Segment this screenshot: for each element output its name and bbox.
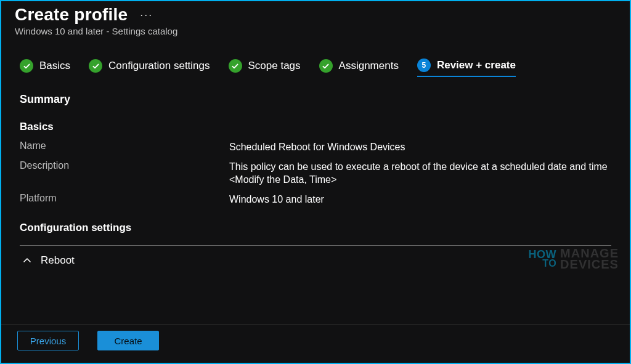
field-value: Windows 10 and later [229, 193, 611, 206]
step-label: Configuration settings [108, 60, 210, 72]
more-button[interactable]: ··· [140, 9, 153, 22]
step-label: Scope tags [248, 60, 301, 72]
page-title: Create profile [15, 5, 128, 25]
create-button[interactable]: Create [97, 331, 159, 350]
check-icon [89, 59, 102, 73]
page-header: Create profile ··· Windows 10 and later … [1, 1, 630, 38]
wizard-footer: Previous Create [1, 324, 630, 363]
summary-heading: Summary [20, 93, 611, 106]
field-label: Description [20, 160, 229, 187]
field-value: This policy can be used to execute a reb… [229, 160, 611, 187]
step-configuration-settings[interactable]: Configuration settings [89, 59, 210, 76]
check-icon [229, 59, 242, 73]
basics-heading: Basics [20, 121, 611, 133]
wizard-stepper: Basics Configuration settings Scope tags… [1, 38, 630, 83]
step-label: Review + create [437, 59, 516, 71]
field-label: Platform [20, 193, 229, 206]
accordion-label: Reboot [41, 254, 75, 267]
basics-row-name: Name Scheduled Reboot for Windows Device… [20, 140, 611, 154]
step-assignments[interactable]: Assignments [319, 59, 399, 76]
page-subtitle: Windows 10 and later - Settings catalog [15, 26, 616, 36]
configuration-settings-heading: Configuration settings [20, 222, 611, 234]
step-label: Assignments [339, 60, 399, 72]
step-label: Basics [39, 60, 70, 72]
field-label: Name [20, 140, 229, 154]
check-icon [319, 59, 333, 73]
step-number-icon: 5 [417, 59, 431, 72]
accordion-reboot[interactable]: Reboot [20, 246, 611, 275]
field-value: Scheduled Reboot for Windows Devices [229, 140, 611, 154]
step-basics[interactable]: Basics [20, 59, 70, 76]
basics-row-platform: Platform Windows 10 and later [20, 193, 611, 206]
step-scope-tags[interactable]: Scope tags [229, 59, 301, 76]
previous-button[interactable]: Previous [17, 331, 79, 350]
check-icon [20, 59, 33, 73]
basics-row-description: Description This policy can be used to e… [20, 160, 611, 187]
step-review-create[interactable]: 5 Review + create [417, 59, 516, 77]
chevron-up-icon [22, 256, 32, 265]
